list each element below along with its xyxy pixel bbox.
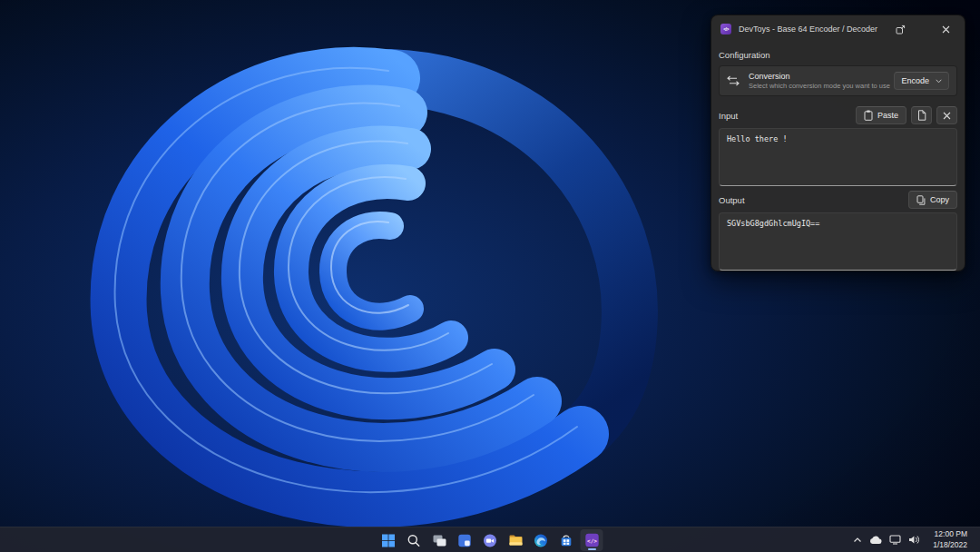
paste-button-label: Paste [877,111,898,120]
widgets-icon [458,534,472,547]
window-title: DevToys - Base 64 Encoder / Decoder [739,25,877,34]
edge-button[interactable] [530,529,553,551]
microsoft-store-icon [560,534,573,547]
copy-icon [916,195,926,205]
input-label: Input [719,111,738,121]
taskbar-center-icons: </> [377,527,603,552]
task-view-button[interactable] [428,529,451,551]
search-icon [407,534,421,547]
devtoys-taskbar-button[interactable]: </> [581,529,603,551]
search-button[interactable] [403,529,426,551]
svg-text:</>: </> [587,537,597,544]
teams-chat-icon [484,534,497,547]
widgets-button[interactable] [454,529,476,551]
devtoys-window: </> DevToys - Base 64 Encoder / Decoder … [710,15,965,271]
paste-button[interactable]: Paste [856,106,906,124]
file-explorer-icon [508,534,523,547]
microsoft-store-button[interactable] [555,529,578,551]
windows-start-icon [382,534,396,547]
onedrive-tray-button[interactable] [866,529,886,551]
teams-chat-button[interactable] [479,529,502,551]
input-textarea[interactable]: Hello there ! [719,128,957,186]
clock-date: 1/18/2022 [933,540,967,550]
taskbar-clock[interactable]: 12:00 PM 1/18/2022 [929,527,971,551]
cloud-icon [869,536,882,545]
clear-input-button[interactable] [936,106,957,124]
volume-icon [908,535,920,545]
conversion-setting-card: Conversion Select which conversion mode … [719,65,957,96]
input-header-row: Input Paste [719,106,957,124]
output-textarea[interactable]: SGVsbG8gdGhlcmUgIQ== [719,212,957,271]
open-file-button[interactable] [911,106,932,124]
system-tray: 12:00 PM 1/18/2022 [849,527,980,552]
active-app-indicator [588,548,596,551]
devtoys-icon: </> [584,533,599,547]
volume-tray-button[interactable] [905,529,924,551]
close-icon[interactable] [934,19,957,39]
file-explorer-button[interactable] [505,529,527,551]
clipboard-icon [864,110,873,121]
chevron-up-icon [853,537,862,543]
output-header-row: Output Copy [719,191,957,209]
clock-time: 12:00 PM [933,529,967,539]
exit-compact-overlay-icon[interactable] [888,19,912,39]
network-tray-button[interactable] [886,529,905,551]
chevron-down-icon [936,79,942,84]
configuration-label: Configuration [719,50,957,60]
hidden-icons-button[interactable] [849,529,866,551]
copy-button-label: Copy [930,195,949,204]
conversion-description: Select which conversion mode you want to… [749,82,890,90]
conversion-mode-value: Encode [901,76,929,85]
conversion-mode-select[interactable]: Encode [894,72,949,90]
start-button[interactable] [377,529,400,551]
output-label: Output [719,195,745,205]
swap-arrows-icon [727,75,740,86]
network-icon [889,535,901,545]
desktop: </> DevToys - Base 64 Encoder / Decoder … [0,0,980,552]
taskbar: </> 12:00 PM 1/18/2022 [0,527,980,552]
file-icon [917,110,926,121]
conversion-title: Conversion [749,72,890,82]
devtoys-app-icon: </> [720,24,731,34]
edge-icon [534,534,548,547]
copy-button[interactable]: Copy [908,191,957,209]
clear-x-icon [943,112,951,120]
titlebar[interactable]: </> DevToys - Base 64 Encoder / Decoder [711,15,965,43]
task-view-icon [432,534,446,547]
